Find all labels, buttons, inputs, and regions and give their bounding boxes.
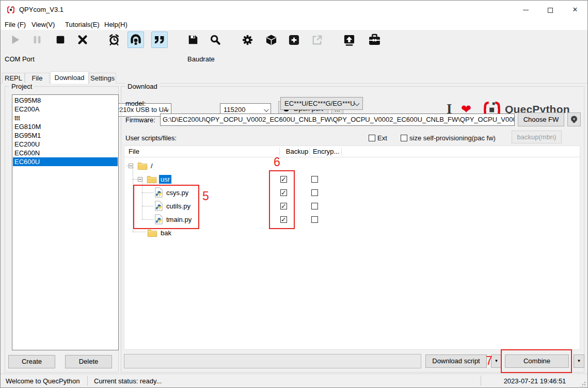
pause-icon	[31, 34, 43, 45]
minimize-icon	[523, 10, 529, 10]
package-button[interactable]	[263, 31, 279, 48]
minimize-button[interactable]	[517, 4, 534, 16]
quote-mode-button[interactable]	[151, 31, 168, 48]
column-divider	[341, 148, 342, 156]
status-divider	[87, 376, 88, 386]
fw-info-button[interactable]	[567, 112, 581, 126]
model-label: model:	[125, 100, 146, 107]
project-item[interactable]: EG810M	[13, 122, 118, 131]
download-panel: Download model: EC***U/EC***G/EG***U Fir…	[121, 86, 584, 373]
export-button[interactable]	[309, 31, 325, 48]
maximize-button[interactable]	[542, 4, 559, 16]
download-script-dropdown-button[interactable]: ▼	[491, 354, 502, 368]
tab-strip: REPL File Download Settings	[1, 71, 587, 84]
encrypt-checkbox-usr[interactable]	[311, 176, 318, 183]
ext-checkbox[interactable]	[369, 135, 375, 141]
run-button[interactable]	[7, 31, 23, 48]
connection-bar: COM Port COM85 - Silicon Labs CP210x USB…	[1, 50, 587, 71]
project-list: BG95M8 EC200A ttt EG810M BG95M1 EC200U E…	[12, 94, 119, 350]
file-table: File Backup Encryp...	[124, 146, 580, 350]
ext-checkbox-row[interactable]: Ext	[369, 134, 387, 142]
save-floppy-icon	[187, 34, 199, 45]
annotation-number-5: 5	[202, 189, 209, 203]
close-x-icon	[77, 34, 88, 45]
collapse-icon[interactable]	[138, 177, 142, 182]
project-item[interactable]: EC200A	[13, 105, 118, 114]
settings-button[interactable]	[239, 31, 256, 48]
annotation-box-backup	[269, 170, 295, 229]
download-legend: Download	[125, 83, 160, 90]
delete-button[interactable]: Delete	[65, 355, 112, 368]
search-button[interactable]	[207, 31, 224, 48]
column-encrypt[interactable]: Encryp...	[313, 146, 344, 157]
encrypt-checkbox-cutils[interactable]	[311, 203, 318, 209]
title-bar: QPYcom_V3.1 ✕	[1, 1, 587, 19]
annotation-number-7: 7	[486, 354, 492, 368]
stop-button[interactable]	[52, 31, 69, 48]
project-item[interactable]: BG95M1	[13, 131, 118, 140]
choose-fw-button[interactable]: Choose FW	[518, 112, 564, 126]
save-button[interactable]	[185, 31, 201, 48]
pause-button[interactable]	[29, 31, 45, 48]
project-item-selected[interactable]: EC600U	[13, 157, 118, 166]
menu-view[interactable]: View(V)	[31, 20, 55, 29]
size-checkbox-row[interactable]: size self-provisioning(pac fw)	[401, 134, 496, 142]
plus-square-icon	[288, 34, 300, 46]
tree-row-root[interactable]: /	[129, 159, 153, 172]
project-item[interactable]: ttt	[13, 114, 118, 122]
chevron-down-icon	[355, 101, 360, 106]
column-backup[interactable]: Backup	[282, 146, 312, 157]
add-button[interactable]	[285, 31, 302, 48]
upload-fw-button[interactable]	[341, 31, 357, 48]
size-self-provisioning-checkbox[interactable]	[401, 135, 407, 141]
resize-grip[interactable]	[581, 381, 586, 386]
firmware-label: Firmware:	[125, 116, 155, 124]
combine-dropdown-button[interactable]: ▼	[574, 354, 584, 368]
column-file[interactable]: File	[129, 146, 139, 157]
tree-row-usr[interactable]: usr	[138, 172, 171, 186]
project-item[interactable]: EC600N	[13, 149, 118, 157]
upload-icon	[343, 34, 355, 46]
app-window: QPYcom_V3.1 ✕ File (F) View(V) Tutorials…	[0, 0, 588, 388]
encrypt-checkbox-tmain[interactable]	[311, 216, 318, 223]
status-welcome: Welcome to QuecPython	[6, 377, 80, 385]
baudrate-label: Baudrate	[187, 55, 215, 63]
search-icon	[210, 34, 221, 45]
toolbox-button[interactable]	[366, 31, 383, 48]
lightbulb-icon	[569, 115, 579, 125]
project-item[interactable]: BG95M8	[13, 96, 118, 105]
tab-repl[interactable]: REPL	[2, 73, 25, 84]
menu-bar: File (F) View(V) Tutorials(E) Help(H)	[1, 19, 587, 30]
tab-settings[interactable]: Settings	[89, 73, 116, 84]
download-script-button[interactable]: Download script	[425, 354, 487, 368]
tab-file[interactable]: File	[25, 73, 50, 84]
folder-icon	[147, 229, 157, 237]
headset-icon	[130, 34, 142, 46]
menu-help[interactable]: Help(H)	[104, 20, 128, 29]
project-item[interactable]: EC200U	[13, 140, 118, 149]
status-bar: Welcome to QuecPython Current status: re…	[1, 374, 587, 388]
tree-guide	[133, 179, 138, 180]
listen-mode-button[interactable]	[128, 31, 144, 48]
app-logo-icon	[7, 6, 15, 14]
cube-icon	[265, 34, 277, 46]
tree-label-selected: usr	[159, 175, 171, 184]
timer-button[interactable]	[106, 31, 122, 48]
close-button[interactable]: ✕	[566, 4, 584, 16]
file-table-header: File Backup Encryp...	[124, 146, 580, 157]
tab-download[interactable]: Download	[50, 71, 89, 84]
folder-icon	[137, 161, 148, 170]
annotation-box-combine	[501, 349, 572, 373]
firmware-path-input[interactable]: G:\D\EC200U\QPY_OCPU_V0002_EC600U_CNLB_F…	[160, 114, 515, 126]
collapse-icon[interactable]	[129, 164, 133, 168]
share-export-icon	[311, 34, 323, 46]
disconnect-button[interactable]	[74, 31, 91, 48]
encrypt-checkbox-csys[interactable]	[311, 189, 318, 196]
menu-file[interactable]: File (F)	[5, 20, 26, 29]
model-select[interactable]: EC***U/EC***G/EG***U	[280, 97, 363, 110]
create-button[interactable]: Create	[8, 355, 55, 368]
dropdown-arrow-icon: ▼	[495, 359, 499, 363]
project-panel: Project BG95M8 EC200A ttt EG810M BG95M1 …	[5, 86, 119, 373]
column-divider	[309, 148, 310, 156]
menu-tutorials[interactable]: Tutorials(E)	[65, 20, 100, 29]
